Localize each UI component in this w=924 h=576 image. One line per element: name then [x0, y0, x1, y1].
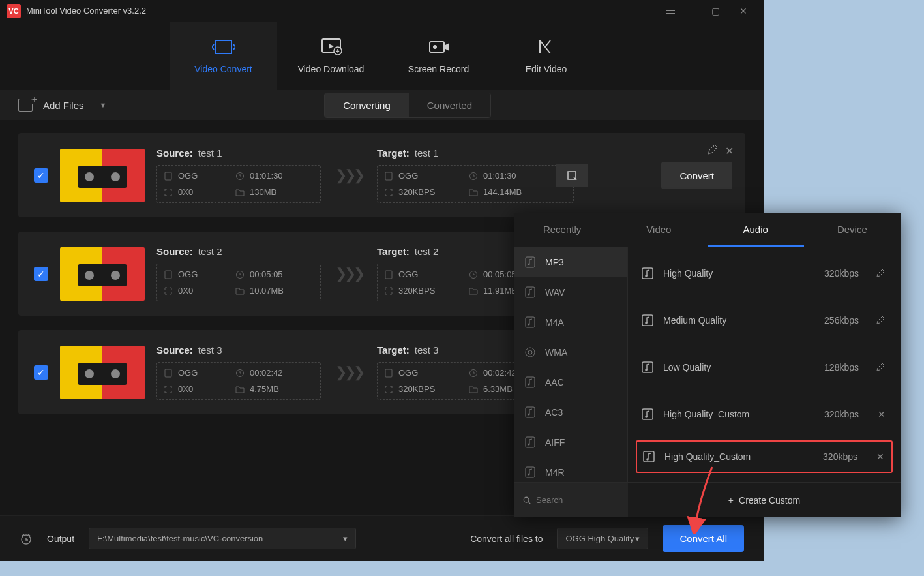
- convert-all-to-label: Convert all files to: [470, 534, 543, 544]
- svg-point-20: [528, 294, 530, 296]
- svg-rect-19: [526, 287, 535, 297]
- edit-icon[interactable]: [876, 269, 887, 278]
- thumbnail: [60, 247, 145, 301]
- source-resolution: 0X0: [164, 187, 235, 197]
- format-label: M4A: [545, 317, 564, 327]
- svg-point-43: [524, 497, 529, 502]
- source-block: Source:test 1 OGG 01:01:30 0X0 130MB: [156, 147, 321, 203]
- output-format-select[interactable]: OGG High Quality ▾: [557, 528, 648, 549]
- svg-rect-35: [642, 315, 653, 326]
- format-item-aiff[interactable]: AIFF: [514, 427, 627, 457]
- checkbox[interactable]: ✓: [34, 365, 48, 380]
- svg-point-34: [645, 275, 648, 277]
- app-logo-icon: VC: [7, 4, 21, 18]
- target-block: Target:test 1 OGG 01:01:30 320KBPS 144.1…: [377, 147, 574, 203]
- format-item-m4r[interactable]: M4R: [514, 457, 627, 482]
- output-path-select[interactable]: F:\Multimedia\test\test-music\VC-convers…: [89, 528, 356, 549]
- svg-point-18: [528, 264, 530, 265]
- close-icon[interactable]: ✕: [874, 451, 886, 462]
- svg-rect-8: [165, 271, 171, 279]
- app-title: MiniTool Video Converter v3.2.2: [26, 6, 666, 16]
- source-block: Source:test 2 OGG 00:05:05 0X0 10.07MB: [156, 246, 321, 301]
- edit-icon[interactable]: [876, 316, 887, 325]
- maximize-button[interactable]: ▢: [709, 6, 721, 16]
- edit-icon[interactable]: [707, 145, 717, 157]
- quality-item[interactable]: High Quality320kbps: [628, 250, 901, 297]
- format-item-ac3[interactable]: AC3: [514, 397, 627, 427]
- svg-rect-27: [526, 407, 535, 417]
- quality-name: High Quality: [663, 268, 815, 279]
- format-item-wav[interactable]: WAV: [514, 277, 627, 307]
- popup-tab-device[interactable]: Device: [804, 213, 901, 247]
- quality-item[interactable]: High Quality_Custom320kbps✕: [636, 440, 893, 473]
- format-item-aac[interactable]: AAC: [514, 367, 627, 397]
- target-edit-button[interactable]: [556, 164, 588, 187]
- convert-button[interactable]: Convert: [661, 162, 732, 189]
- checkbox[interactable]: ✓: [34, 267, 48, 281]
- svg-point-42: [646, 458, 649, 461]
- svg-point-22: [528, 324, 530, 326]
- schedule-icon[interactable]: [20, 532, 33, 545]
- tab-video-download[interactable]: Video Download: [277, 22, 385, 90]
- format-item-mp3[interactable]: MP3: [514, 247, 627, 277]
- minimize-button[interactable]: —: [681, 6, 693, 16]
- target-size: 144.14MB: [469, 187, 567, 197]
- tab-label: Video Convert: [194, 64, 252, 74]
- output-format-text: OGG High Quality: [565, 534, 634, 543]
- tab-label: Edit Video: [526, 64, 567, 74]
- record-icon: [427, 38, 451, 56]
- checkbox[interactable]: ✓: [34, 168, 48, 183]
- format-item-m4a[interactable]: M4A: [514, 307, 627, 337]
- format-label: WAV: [545, 287, 565, 297]
- quality-item[interactable]: Medium Quality256kbps: [628, 297, 901, 344]
- svg-rect-10: [385, 271, 392, 279]
- source-label: Source:: [156, 147, 193, 159]
- target-bitrate: 320KBPS: [384, 187, 469, 197]
- tab-converted[interactable]: Converted: [409, 93, 490, 117]
- format-search[interactable]: [514, 483, 628, 517]
- create-custom-button[interactable]: + Create Custom: [628, 483, 901, 517]
- quality-bitrate: 256kbps: [824, 315, 859, 326]
- edit-icon: [535, 38, 558, 56]
- source-format: OGG: [164, 269, 235, 279]
- menu-icon[interactable]: [666, 8, 675, 14]
- search-input[interactable]: [536, 495, 619, 505]
- quality-item[interactable]: Low Quality128kbps: [628, 344, 901, 391]
- svg-point-26: [528, 384, 530, 386]
- target-name: test 1: [415, 147, 439, 159]
- close-icon[interactable]: ✕: [876, 409, 887, 419]
- source-format: OGG: [164, 171, 235, 181]
- quality-item[interactable]: High Quality_Custom320kbps✕: [628, 391, 901, 438]
- popup-tab-recently[interactable]: Recently: [514, 213, 610, 247]
- target-duration: 01:01:30: [469, 171, 567, 181]
- format-popup: Recently Video Audio Device MP3WAVM4AWMA…: [514, 213, 901, 517]
- add-files-button[interactable]: Add Files ▼: [18, 99, 106, 112]
- popup-tab-video[interactable]: Video: [610, 213, 707, 247]
- format-item-wma[interactable]: WMA: [514, 337, 627, 367]
- window-controls: — ▢ ✕: [681, 6, 762, 16]
- source-label: Source:: [156, 246, 193, 257]
- target-bitrate: 320KBPS: [384, 384, 469, 394]
- popup-tab-audio[interactable]: Audio: [708, 213, 804, 247]
- tab-converting[interactable]: Converting: [325, 93, 409, 117]
- tab-screen-record[interactable]: Screen Record: [385, 22, 492, 90]
- edit-icon[interactable]: [876, 363, 887, 372]
- close-button[interactable]: ✕: [738, 6, 749, 16]
- svg-rect-39: [642, 409, 653, 419]
- tab-video-convert[interactable]: Video Convert: [170, 22, 277, 90]
- source-size: 4.75MB: [235, 384, 314, 394]
- svg-rect-31: [526, 467, 535, 477]
- svg-point-38: [645, 369, 648, 371]
- plus-icon: +: [728, 495, 734, 506]
- convert-all-button[interactable]: Convert All: [663, 525, 744, 552]
- target-format: OGG: [384, 171, 469, 181]
- remove-icon[interactable]: ✕: [725, 145, 734, 157]
- format-label: WMA: [545, 347, 567, 357]
- format-list: MP3WAVM4AWMAAACAC3AIFFM4R: [514, 247, 628, 482]
- quality-bitrate: 320kbps: [824, 268, 859, 279]
- quality-bitrate: 320kbps: [823, 451, 857, 462]
- quality-name: Medium Quality: [663, 315, 815, 326]
- svg-point-36: [645, 322, 648, 324]
- quality-list: High Quality320kbpsMedium Quality256kbps…: [628, 247, 901, 482]
- tab-edit-video[interactable]: Edit Video: [492, 22, 600, 90]
